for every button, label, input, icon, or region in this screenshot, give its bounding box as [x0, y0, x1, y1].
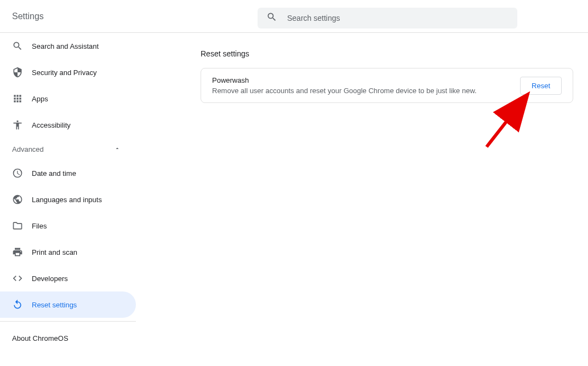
- powerwash-card: Powerwash Remove all user accounts and r…: [201, 68, 573, 103]
- chevron-up-icon: [114, 145, 121, 153]
- sidebar-item-label: Date and time: [32, 169, 76, 178]
- sidebar-item-date-time[interactable]: Date and time: [0, 160, 136, 186]
- sidebar-item-label: Accessibility: [32, 121, 71, 129]
- shield-icon: [12, 67, 23, 78]
- sidebar-item-apps[interactable]: Apps: [0, 85, 136, 112]
- sidebar: Search and Assistant Security and Privac…: [0, 33, 136, 366]
- sidebar-item-label: Search and Assistant: [32, 42, 99, 50]
- sidebar-item-label: Print and scan: [32, 248, 77, 256]
- reset-button[interactable]: Reset: [520, 77, 562, 95]
- search-icon: [12, 41, 23, 52]
- sidebar-item-label: Developers: [32, 274, 68, 283]
- search-icon: [266, 12, 287, 25]
- sidebar-item-developers[interactable]: Developers: [0, 265, 136, 291]
- print-icon: [12, 247, 23, 258]
- page-title: Settings: [12, 12, 44, 21]
- sidebar-item-reset-settings[interactable]: Reset settings: [0, 291, 136, 318]
- sidebar-item-label: Apps: [32, 95, 48, 103]
- sidebar-item-about[interactable]: About ChromeOS: [0, 325, 136, 351]
- about-label: About ChromeOS: [12, 334, 68, 342]
- header: Settings: [0, 0, 588, 33]
- globe-icon: [12, 194, 23, 205]
- sidebar-item-label: Languages and inputs: [32, 196, 102, 204]
- folder-icon: [12, 220, 23, 231]
- sidebar-item-accessibility[interactable]: Accessibility: [0, 112, 136, 138]
- card-description: Remove all user accounts and reset your …: [212, 87, 477, 95]
- search-box[interactable]: [258, 8, 517, 28]
- sidebar-item-label: Security and Privacy: [32, 68, 97, 77]
- sidebar-item-label: Files: [32, 222, 47, 230]
- sidebar-item-security-privacy[interactable]: Security and Privacy: [0, 59, 136, 85]
- apps-icon: [12, 93, 23, 104]
- sidebar-item-files[interactable]: Files: [0, 213, 136, 239]
- sidebar-item-search-assistant[interactable]: Search and Assistant: [0, 33, 136, 59]
- main-content: Reset settings Powerwash Remove all user…: [136, 33, 588, 366]
- card-title: Powerwash: [212, 76, 477, 84]
- code-icon: [12, 273, 23, 284]
- sidebar-item-languages[interactable]: Languages and inputs: [0, 186, 136, 213]
- advanced-label: Advanced: [12, 145, 44, 153]
- search-input[interactable]: [287, 14, 509, 22]
- section-title: Reset settings: [201, 49, 573, 58]
- accessibility-icon: [12, 119, 23, 130]
- sidebar-item-label: Reset settings: [32, 301, 77, 309]
- clock-icon: [12, 168, 23, 179]
- sidebar-item-print-scan[interactable]: Print and scan: [0, 239, 136, 265]
- divider: [0, 321, 136, 322]
- advanced-toggle[interactable]: Advanced: [0, 138, 136, 160]
- reset-icon: [12, 299, 23, 310]
